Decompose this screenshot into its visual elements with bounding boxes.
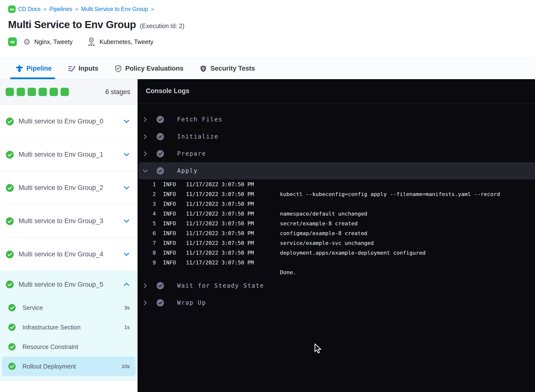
log-line-final: Done. xyxy=(138,267,535,277)
step-row[interactable]: Infrastructure Section 1s xyxy=(2,317,136,337)
breadcrumb-separator-icon: > xyxy=(151,6,154,12)
chevron-down-icon[interactable] xyxy=(123,152,130,158)
chevron-down-icon[interactable] xyxy=(123,185,130,191)
success-check-icon xyxy=(6,118,14,125)
step-success-check-icon xyxy=(157,133,164,140)
stage-row-expanded[interactable]: Multi service to Env Group_5 xyxy=(0,271,138,298)
tab-pipeline[interactable]: Pipeline xyxy=(16,58,52,79)
step-success-check-icon xyxy=(157,282,164,289)
stage-row[interactable]: Multi service to Env Group_4 xyxy=(0,238,138,271)
console-step-row[interactable]: Initialize xyxy=(138,128,535,145)
stage-label: Multi service to Env Group_0 xyxy=(19,118,103,125)
success-check-icon xyxy=(6,250,14,258)
log-line: 2 INFO 11/17/2022 3:07:50 PM kubectl --k… xyxy=(138,189,535,199)
stage-square xyxy=(6,88,14,96)
console-log-tree: Fetch Files Initialize Prepare xyxy=(138,103,535,392)
stage-square xyxy=(50,88,58,96)
console-logs-panel: Console Logs Fetch Files Initialize xyxy=(138,79,535,392)
log-timestamp: 11/17/2022 3:07:50 PM xyxy=(179,250,280,256)
log-line-number: 1 xyxy=(138,181,156,187)
console-step-label: Wait for Steady State xyxy=(177,282,264,289)
breadcrumb-link-project[interactable]: CD Docs xyxy=(18,6,41,12)
log-line: 8 INFO 11/17/2022 3:07:50 PM deployment.… xyxy=(138,248,535,258)
security-shield-icon xyxy=(200,65,207,72)
step-success-check-icon xyxy=(157,167,164,174)
log-level: INFO xyxy=(156,211,179,217)
stage-row[interactable]: Multi service to Env Group_1 xyxy=(0,138,138,171)
console-step-row[interactable]: Fetch Files xyxy=(138,111,535,128)
log-line-number: 3 xyxy=(138,201,156,207)
log-timestamp: 11/17/2022 3:07:50 PM xyxy=(179,220,280,227)
stage-label: Multi service to Env Group_5 xyxy=(19,281,103,288)
console-step-label: Prepare xyxy=(177,150,206,157)
chevron-down-icon[interactable] xyxy=(123,251,130,258)
tab-inputs[interactable]: Inputs xyxy=(68,58,98,79)
log-level: INFO xyxy=(156,260,179,266)
expanded-stage-section: Multi service to Env Group_5 Service 3s … xyxy=(0,271,138,381)
console-step-label: Wrap Up xyxy=(177,299,206,306)
console-step-row[interactable]: Wait for Steady State xyxy=(138,277,535,294)
step-duration: 3s xyxy=(124,305,130,311)
log-line: 6 INFO 11/17/2022 3:07:50 PM configmap/e… xyxy=(138,228,535,238)
console-step-label: Initialize xyxy=(177,133,219,140)
log-timestamp: 11/17/2022 3:07:50 PM xyxy=(179,230,280,236)
kubernetes-icon xyxy=(87,37,96,46)
stage-square xyxy=(61,88,69,96)
chevron-down-icon[interactable] xyxy=(142,168,148,174)
log-level: INFO xyxy=(156,240,179,246)
execution-meta-row: ∞ ⚙︎ Nginx, Tweety Kubernetes, Tweety xyxy=(8,37,535,46)
log-timestamp: 11/17/2022 3:07:50 PM xyxy=(179,260,280,266)
log-level: INFO xyxy=(156,220,179,227)
success-check-icon xyxy=(8,343,16,350)
step-success-check-icon xyxy=(157,150,164,157)
log-timestamp: 11/17/2022 3:07:50 PM xyxy=(179,191,280,197)
stage-label: Multi service to Env Group_4 xyxy=(19,250,103,258)
chevron-up-icon[interactable] xyxy=(123,281,130,288)
harness-logo-icon: ∞ xyxy=(8,37,17,46)
chevron-right-icon[interactable] xyxy=(142,116,148,123)
stage-row[interactable]: Multi service to Env Group_0 xyxy=(0,105,138,138)
console-step-row[interactable]: Prepare xyxy=(138,145,535,162)
log-line-number: 4 xyxy=(138,211,156,217)
services-label: Nginx, Tweety xyxy=(34,38,73,45)
chevron-down-icon[interactable] xyxy=(123,218,130,224)
breadcrumb-separator-icon: > xyxy=(43,6,46,12)
stage-row[interactable]: Multi service to Env Group_2 xyxy=(0,171,138,205)
log-message: configmap/example-8 created xyxy=(280,230,535,236)
step-row[interactable]: Resource Constraint xyxy=(2,337,136,357)
console-step-row-apply[interactable]: Apply xyxy=(139,162,535,179)
step-row[interactable]: Rollout Deployment 10s xyxy=(2,357,136,376)
chevron-right-icon[interactable] xyxy=(142,133,148,140)
console-step-row[interactable]: Wrap Up xyxy=(138,294,535,311)
log-message: Done. xyxy=(280,269,535,275)
chevron-right-icon[interactable] xyxy=(142,283,148,289)
step-label: Infrastructure Section xyxy=(22,324,81,331)
log-message: secret/example-8 created xyxy=(280,220,535,227)
breadcrumb-link-pipelines[interactable]: Pipelines xyxy=(49,6,72,12)
tab-policy-evaluations[interactable]: Policy Evaluations xyxy=(115,58,184,79)
chevron-right-icon[interactable] xyxy=(142,151,148,157)
log-timestamp: 11/17/2022 3:07:50 PM xyxy=(179,211,280,217)
chevron-down-icon[interactable] xyxy=(123,118,130,125)
step-row[interactable]: Service 3s xyxy=(2,298,136,317)
pipeline-icon xyxy=(16,65,23,72)
harness-logo-icon: ∞ xyxy=(8,5,16,13)
log-line: 4 INFO 11/17/2022 3:07:50 PM namespace/d… xyxy=(138,209,535,218)
log-line-number: 6 xyxy=(138,230,156,236)
breadcrumb-link-pipeline-name[interactable]: Multi Service to Env Group xyxy=(81,6,148,12)
chevron-right-icon[interactable] xyxy=(142,300,148,306)
console-logs-title: Console Logs xyxy=(138,79,535,103)
stage-label: Multi service to Env Group_1 xyxy=(19,151,103,158)
title-row: Multi Service to Env Group (Execution Id… xyxy=(8,19,535,31)
breadcrumb-separator-icon: > xyxy=(75,6,78,12)
step-success-check-icon xyxy=(157,116,164,123)
stage-row[interactable]: Multi service to Env Group_3 xyxy=(0,205,138,238)
log-line: 3 INFO 11/17/2022 3:07:50 PM xyxy=(138,199,535,209)
step-label: Service xyxy=(22,304,43,311)
log-line-number: 5 xyxy=(138,220,156,227)
tab-security-tests[interactable]: Security Tests xyxy=(200,58,255,79)
success-check-icon xyxy=(6,281,14,288)
step-success-check-icon xyxy=(157,299,164,306)
execution-tab-bar: Pipeline Inputs Policy Evaluations xyxy=(0,58,535,79)
stage-square xyxy=(28,88,36,96)
